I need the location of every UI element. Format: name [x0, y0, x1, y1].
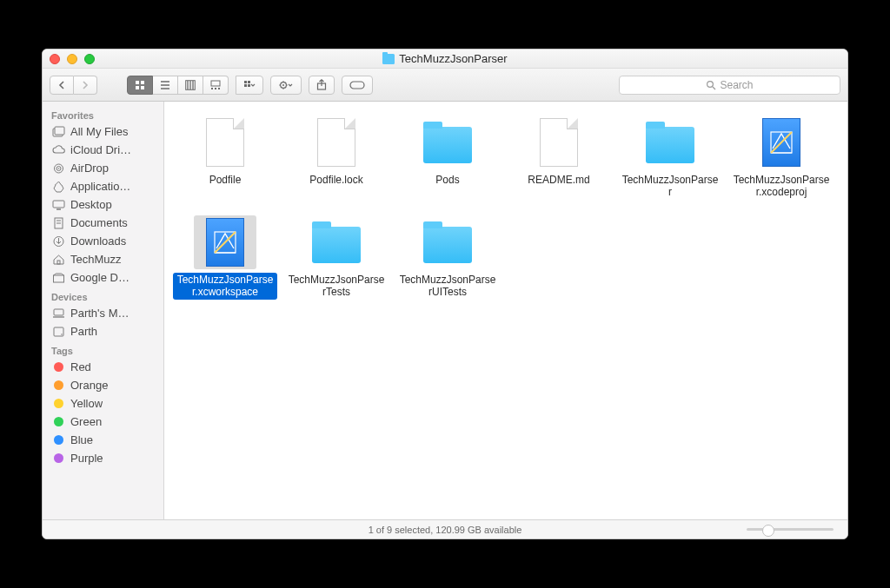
zoom-button[interactable]	[84, 54, 95, 64]
folder-icon	[423, 127, 472, 163]
view-column-button[interactable]	[178, 76, 203, 95]
sidebar-item[interactable]: TechMuzz	[43, 250, 163, 268]
file-item[interactable]: TechMuzzJsonParserTests	[281, 210, 392, 305]
sidebar-item[interactable]: AirDrop	[43, 159, 163, 177]
svg-rect-28	[55, 127, 64, 135]
arrange-button[interactable]	[236, 76, 263, 95]
sidebar-item-label: Parth	[70, 325, 97, 338]
close-button[interactable]	[50, 54, 60, 64]
svg-rect-6	[211, 88, 213, 89]
sidebar-item[interactable]: Yellow	[43, 394, 163, 413]
window-title: TechMuzzJsonParser	[399, 52, 507, 65]
sidebar-item[interactable]: Desktop	[43, 195, 163, 214]
sidebar-item-label: Desktop	[70, 198, 112, 211]
apps-icon	[51, 181, 65, 193]
sidebar-item-label: Red	[70, 360, 91, 373]
svg-rect-5	[211, 81, 220, 86]
file-icon-wrap	[750, 116, 813, 169]
file-item[interactable]: Pods	[392, 110, 503, 205]
view-gallery-button[interactable]	[203, 76, 229, 95]
folder-icon	[382, 54, 395, 64]
back-button[interactable]	[50, 76, 74, 95]
status-bar: 1 of 9 selected, 120.99 GB available	[43, 519, 847, 538]
svg-rect-10	[248, 81, 250, 83]
svg-rect-1	[141, 81, 144, 84]
cloud-icon	[51, 144, 65, 156]
file-label: TechMuzzJsonParser.xcworkspace	[173, 273, 277, 300]
file-item[interactable]: Podfile.lock	[281, 110, 392, 205]
file-icon-wrap	[194, 116, 256, 169]
sidebar-item[interactable]: Purple	[43, 449, 163, 467]
svg-rect-38	[57, 261, 60, 264]
tag-icon	[51, 380, 65, 392]
sidebar-item[interactable]: Google D…	[43, 268, 163, 287]
svg-line-19	[281, 82, 282, 83]
file-item[interactable]: Podfile	[169, 110, 281, 205]
svg-line-46	[771, 132, 792, 153]
laptop-icon	[51, 307, 65, 320]
share-button[interactable]	[309, 76, 335, 95]
folder-icon	[312, 227, 361, 263]
file-browser[interactable]: PodfilePodfile.lockPodsREADME.mdTechMuzz…	[164, 102, 847, 519]
sidebar-item[interactable]: Documents	[43, 214, 163, 232]
sidebar-item-label: All My Files	[70, 125, 128, 138]
sidebar-item-label: Green	[70, 415, 102, 428]
view-icon-button[interactable]	[127, 76, 153, 95]
file-label: TechMuzzJsonParserTests	[284, 273, 389, 300]
svg-line-49	[215, 232, 236, 253]
folder-icon	[423, 227, 472, 263]
svg-rect-12	[248, 84, 250, 87]
sidebar-item-label: Applicatio…	[70, 180, 130, 193]
sidebar-item[interactable]: Red	[43, 358, 163, 376]
file-icon-wrap	[305, 215, 368, 269]
window-body: FavoritesAll My FilesiCloud Dri…AirDropA…	[43, 102, 847, 519]
file-item[interactable]: TechMuzzJsonParser.xcodeproj	[726, 110, 837, 205]
file-item[interactable]: README.md	[503, 110, 614, 205]
minimize-button[interactable]	[67, 54, 77, 64]
sidebar-item-label: Documents	[70, 216, 128, 229]
sidebar-header: Tags	[43, 340, 163, 358]
file-item[interactable]: TechMuzzJsonParser	[614, 110, 726, 205]
disk-icon	[51, 326, 65, 338]
sidebar-item[interactable]: All My Files	[43, 122, 163, 141]
file-item[interactable]: TechMuzzJsonParser.xcworkspace	[169, 210, 281, 305]
gdrive-icon	[51, 272, 65, 284]
tags-button[interactable]	[342, 76, 373, 95]
svg-line-21	[285, 82, 286, 83]
sidebar-item[interactable]: Blue	[43, 431, 163, 449]
svg-point-31	[57, 168, 59, 169]
svg-point-14	[282, 84, 284, 86]
document-icon	[206, 118, 244, 167]
sidebar-item-label: Yellow	[70, 397, 103, 410]
sidebar-item[interactable]: iCloud Dri…	[43, 141, 163, 159]
search-field[interactable]: Search	[619, 76, 840, 95]
sidebar[interactable]: FavoritesAll My FilesiCloud Dri…AirDropA…	[43, 102, 164, 519]
sidebar-item-label: AirDrop	[70, 162, 109, 175]
sidebar-item[interactable]: Applicatio…	[43, 177, 163, 195]
folder-icon	[646, 127, 694, 163]
svg-rect-3	[141, 86, 144, 89]
view-list-button[interactable]	[153, 76, 178, 95]
svg-line-22	[281, 87, 282, 88]
search-placeholder: Search	[720, 79, 753, 91]
sidebar-item[interactable]: Parth	[43, 322, 163, 340]
sidebar-item[interactable]: Parth's M…	[43, 304, 163, 322]
action-button[interactable]	[270, 76, 302, 95]
file-label: Podfile.lock	[307, 173, 365, 187]
svg-rect-7	[215, 88, 216, 89]
desktop-icon	[51, 199, 65, 211]
sidebar-item[interactable]: Downloads	[43, 232, 163, 250]
sidebar-item[interactable]: Green	[43, 413, 163, 431]
arrange-segment	[236, 76, 263, 95]
xcode-icon	[206, 218, 244, 267]
svg-rect-32	[53, 201, 64, 208]
title-bar: TechMuzzJsonParser	[43, 50, 847, 69]
file-item[interactable]: TechMuzzJsonParserUITests	[392, 210, 503, 305]
file-label: TechMuzzJsonParser	[618, 173, 722, 200]
sidebar-item[interactable]: Orange	[43, 376, 163, 394]
sidebar-item-label: Blue	[70, 433, 93, 446]
icon-size-slider[interactable]	[747, 528, 834, 531]
forward-button[interactable]	[74, 76, 97, 95]
home-icon	[51, 254, 65, 266]
sidebar-item-label: Purple	[70, 452, 103, 465]
